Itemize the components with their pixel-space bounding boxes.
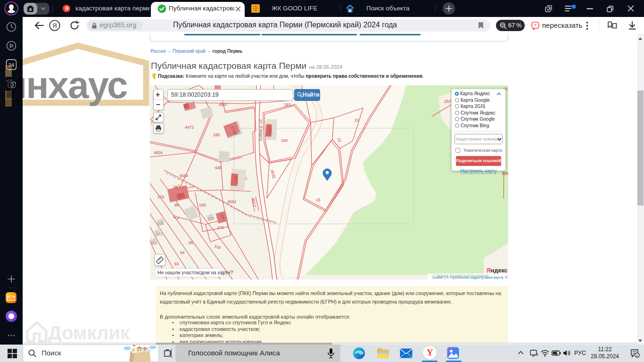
svg-text:4597: 4597	[219, 102, 228, 107]
svg-text:24: 24	[8, 62, 15, 68]
svg-text:195: 195	[213, 132, 220, 137]
svg-text:94: 94	[180, 250, 185, 255]
svg-text:Leaflet | © Публичная кадастро: Leaflet | © Публичная кадастровая карта,…	[432, 275, 508, 280]
svg-text:98: 98	[174, 203, 179, 207]
svg-text:19: 19	[316, 197, 321, 202]
svg-text:95: 95	[189, 240, 193, 245]
svg-text:А: А	[245, 176, 248, 181]
svg-text:Яндекс: Яндекс	[487, 267, 508, 274]
svg-text:93: 93	[174, 262, 179, 266]
svg-text:4594: 4594	[227, 199, 236, 204]
svg-text:3641: 3641	[268, 126, 273, 136]
svg-text:98: 98	[173, 185, 178, 189]
svg-text:105: 105	[157, 221, 164, 226]
svg-text:4594: 4594	[179, 173, 188, 178]
svg-text:103: 103	[156, 232, 163, 237]
svg-text:Я: Я	[52, 22, 57, 29]
svg-text:193: 193	[284, 102, 290, 107]
svg-text:118: 118	[214, 243, 221, 250]
svg-text:Я: Я	[65, 6, 69, 11]
svg-text:945: 945	[215, 165, 222, 170]
svg-text:22: 22	[355, 118, 359, 123]
svg-text:275: 275	[157, 195, 164, 199]
svg-text:194: 194	[281, 138, 288, 143]
svg-text:ул. 8 Марта: ул. 8 Марта	[259, 119, 264, 141]
svg-text:107: 107	[207, 216, 215, 221]
svg-text:101: 101	[151, 241, 158, 246]
svg-text:4472: 4472	[185, 125, 194, 130]
svg-text:4: 4	[29, 7, 32, 12]
svg-text:22: 22	[337, 138, 342, 143]
svg-text:4617: 4617	[251, 198, 257, 208]
svg-text:119: 119	[172, 214, 180, 220]
svg-text:“: “	[534, 23, 537, 28]
svg-text:2: 2	[636, 354, 638, 358]
svg-text:173: 173	[217, 225, 223, 230]
svg-text:168: 168	[199, 203, 206, 207]
svg-text:2007: 2007	[234, 175, 239, 185]
svg-text:4604: 4604	[154, 150, 163, 155]
